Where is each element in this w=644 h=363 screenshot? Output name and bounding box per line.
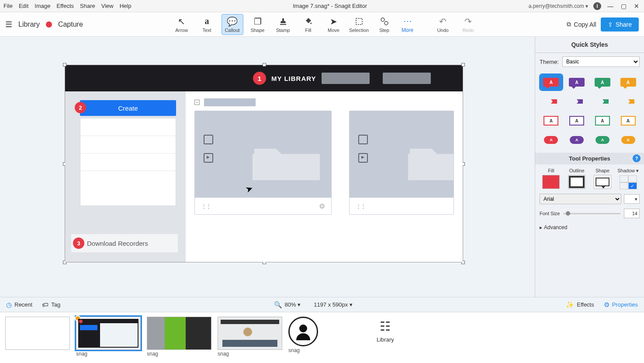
thumb-item[interactable] — [5, 317, 70, 351]
style-box-red[interactable]: A — [540, 113, 562, 128]
style-callout-purple[interactable]: A — [566, 75, 588, 90]
main-area: 1 MY LIBRARY 2 Create 3 Download Re — [0, 37, 644, 297]
tool-shape[interactable]: ❐Shape — [247, 14, 269, 35]
fill-swatch[interactable] — [542, 175, 560, 189]
tool-step[interactable]: Step — [374, 14, 395, 35]
user-menu[interactable]: a.perry@techsmith.com ▾ — [529, 3, 588, 9]
resize-handle[interactable] — [461, 63, 465, 66]
font-size-slider[interactable] — [563, 213, 620, 214]
style-box-purple[interactable]: A — [566, 113, 588, 128]
step-badge-2[interactable]: 2 — [75, 102, 86, 113]
style-box-green[interactable]: A — [592, 113, 613, 128]
style-pill-orange[interactable]: A — [617, 133, 639, 147]
share-button[interactable]: ⇪Share — [601, 17, 639, 31]
redo-icon: ↷ — [464, 16, 472, 27]
svg-point-3 — [299, 325, 307, 332]
tool-picker: ↖Arrow aText 💬Callout ❐Shape Stamp Fill … — [83, 14, 567, 35]
font-color-box[interactable]: ▾ — [624, 194, 640, 204]
style-pill-green[interactable]: A — [592, 133, 613, 147]
tool-move[interactable]: ➤Move — [323, 14, 345, 35]
style-arrow-orange[interactable] — [617, 94, 639, 109]
effects-button[interactable]: ✨Effects — [566, 301, 594, 309]
menu-share[interactable]: Share — [80, 3, 95, 9]
style-callout-red[interactable]: A.qs-item.sel .callout-shape::after{bord… — [540, 75, 562, 90]
thumb-item[interactable]: snag — [147, 317, 211, 357]
minimize-button[interactable]: — — [606, 2, 614, 10]
redo-button[interactable]: ↷Redo — [457, 14, 479, 35]
shadow-grid[interactable]: ✓ — [620, 175, 637, 189]
info-icon[interactable]: i — [593, 2, 601, 10]
tool-fill[interactable]: Fill — [298, 14, 319, 35]
captured-download-label: Download Recorders — [87, 240, 148, 247]
resize-handle[interactable] — [263, 63, 266, 66]
wand-icon: ✨ — [566, 301, 574, 309]
menu-effects[interactable]: Effects — [57, 3, 74, 9]
tool-text[interactable]: aText — [196, 14, 218, 35]
menu-bar: File Edit Image Effects Share View Help … — [0, 0, 644, 12]
canvas-panel[interactable]: 1 MY LIBRARY 2 Create 3 Download Re — [0, 37, 535, 297]
svg-rect-0 — [356, 18, 362, 24]
tag-button[interactable]: 🏷Tag — [42, 301, 60, 308]
tool-arrow[interactable]: ↖Arrow — [171, 14, 193, 35]
dimensions-readout[interactable]: 1197 x 590px ▾ — [314, 301, 353, 308]
style-callout-green[interactable]: A — [592, 75, 613, 90]
maximize-button[interactable]: ▢ — [620, 2, 627, 10]
thumbnail[interactable] — [5, 317, 70, 350]
style-callout-orange[interactable]: A — [617, 75, 639, 90]
resize-handle[interactable] — [63, 63, 66, 66]
status-bar: ◷Recent 🏷Tag 🔍80% ▾ 1197 x 590px ▾ ✨Effe… — [0, 297, 644, 312]
style-pill-purple[interactable]: A — [566, 133, 588, 147]
captured-header: 1 MY LIBRARY — [65, 65, 463, 91]
style-arrow-red[interactable] — [540, 94, 562, 109]
shape-swatch[interactable] — [594, 175, 611, 189]
style-box-orange[interactable]: A — [617, 113, 639, 128]
menu-help[interactable]: Help — [120, 3, 132, 9]
thumb-item[interactable]: snag — [218, 317, 282, 357]
window-title: Image 7.snag* - Snagit Editor — [131, 3, 528, 9]
step-badge-1[interactable]: 1 — [253, 72, 266, 85]
folder-mini-icon — [358, 135, 368, 144]
search-icon: 🔍 — [274, 301, 282, 309]
font-select[interactable]: Arial — [540, 194, 621, 204]
tool-more[interactable]: ⋯More — [399, 14, 416, 35]
properties-button[interactable]: ⚙Properties — [604, 301, 638, 309]
avatar-thumbnail[interactable] — [288, 317, 318, 346]
style-arrow-green[interactable] — [592, 94, 613, 109]
zoom-control[interactable]: 🔍80% ▾ — [274, 301, 301, 309]
style-arrow-purple[interactable] — [566, 94, 588, 109]
tool-stamp[interactable]: Stamp — [272, 14, 294, 35]
tool-callout[interactable]: 💬Callout — [222, 14, 243, 35]
help-icon[interactable]: ? — [633, 154, 641, 162]
step-badge-3[interactable]: 3 — [73, 237, 84, 249]
drag-grip-icon: ⋮⋮ — [356, 203, 365, 209]
thumbnail[interactable] — [147, 317, 211, 350]
tray-library-button[interactable]: ☷ Library — [377, 317, 394, 343]
copy-all-button[interactable]: ⧉Copy All — [567, 21, 596, 28]
theme-select[interactable]: Basic — [562, 56, 640, 67]
library-button[interactable]: Library — [18, 21, 40, 28]
thumbnail[interactable] — [218, 317, 282, 350]
thumb-item[interactable]: snag — [76, 317, 141, 357]
menu-file[interactable]: File — [3, 3, 13, 9]
stamp-tool-icon — [279, 16, 287, 27]
menu-image[interactable]: Image — [35, 3, 50, 9]
fill-tool-icon — [304, 16, 313, 27]
svg-point-2 — [384, 21, 388, 25]
font-size-value[interactable]: 14 — [624, 209, 640, 218]
canvas-image[interactable]: 1 MY LIBRARY 2 Create 3 Download Re — [65, 65, 463, 262]
outline-swatch[interactable] — [568, 175, 585, 189]
tool-properties-title: Tool Properties ? — [535, 153, 644, 164]
undo-button[interactable]: ↶Undo — [432, 14, 454, 35]
close-button[interactable]: ✕ — [633, 2, 641, 10]
menu-edit[interactable]: Edit — [19, 3, 28, 9]
thumbnail[interactable] — [76, 317, 141, 350]
tool-selection[interactable]: Selection — [348, 14, 370, 35]
style-pill-red[interactable]: A — [540, 133, 562, 147]
advanced-toggle[interactable]: ▸Advanced — [535, 222, 644, 233]
capture-button[interactable]: Capture — [58, 21, 83, 28]
hamburger-icon[interactable]: ☰ — [5, 20, 12, 29]
capture-record-icon — [46, 21, 52, 28]
thumb-item[interactable]: snag — [288, 317, 318, 353]
recent-button[interactable]: ◷Recent — [6, 301, 32, 309]
menu-view[interactable]: View — [101, 3, 114, 9]
